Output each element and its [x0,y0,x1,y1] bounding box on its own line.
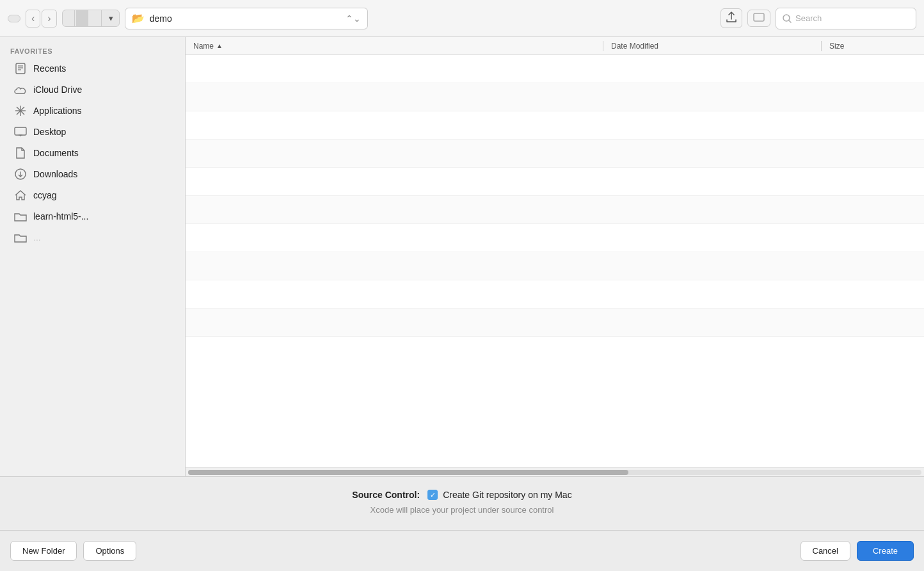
main-area: Favorites Recents iCloud Drive Applicati… [0,37,924,476]
search-field[interactable]: Search [776,8,916,29]
view-mode-group: ▾ [62,10,120,27]
sidebar-item-folder2[interactable]: ... [4,227,181,248]
scrollbar-track [188,470,921,475]
applications-icon [14,104,27,117]
home-icon [14,189,27,202]
documents-icon [14,147,27,159]
git-checkbox-text: Create Git repository on my Mac [443,490,572,500]
table-row[interactable] [186,168,924,196]
sidebar-item-downloads[interactable]: Downloads [4,164,181,184]
svg-rect-20 [16,63,25,74]
table-row[interactable] [186,309,924,337]
source-control-row: Source Control: ✓ Create Git repository … [38,490,886,500]
sidebar-item-icloud[interactable]: iCloud Drive [4,79,181,100]
svg-rect-28 [15,127,26,135]
new-folder-button[interactable]: New Folder [10,541,77,561]
cancel-button[interactable]: Cancel [801,541,850,561]
col-date-label: Date Modified [611,42,658,51]
location-stepper[interactable]: ⌃⌄ [346,13,361,24]
sidebar-item-label: ... [33,232,41,243]
table-row[interactable] [186,111,924,140]
icloud-icon [14,83,27,96]
sidebar-item-desktop[interactable]: Desktop [4,122,181,142]
col-header-size[interactable]: Size [822,42,924,51]
folder-icon [14,210,27,223]
folder-icon: 📂 [132,12,145,24]
col-header-name[interactable]: Name ▲ [186,42,603,51]
view-columns-button[interactable] [90,10,102,26]
view-icon-button[interactable] [63,10,75,26]
share-button[interactable] [721,8,742,28]
create-button[interactable]: Create [857,541,914,561]
table-row[interactable] [186,224,924,252]
table-row[interactable] [186,196,924,224]
sidebar-item-learn-html5[interactable]: learn-html5-... [4,206,181,227]
sidebar-item-label: learn-html5-... [33,211,88,221]
footer: New Folder Options Cancel Create [0,530,924,571]
sidebar-item-ccyag[interactable]: ccyag [4,185,181,205]
sidebar-section-favorites: Favorites [0,42,185,58]
sidebar-item-label: iCloud Drive [33,84,82,95]
search-placeholder: Search [795,13,822,23]
column-headers: Name ▲ Date Modified Size [186,37,924,55]
sidebar: Favorites Recents iCloud Drive Applicati… [0,37,186,476]
table-row[interactable] [186,83,924,111]
location-bar[interactable]: 📂 demo ⌃⌄ [125,8,368,29]
sidebar-toggle-group [8,15,20,22]
sidebar-item-applications[interactable]: Applications [4,101,181,121]
svg-rect-17 [754,13,764,21]
source-control-panel: Source Control: ✓ Create Git repository … [0,476,924,530]
sidebar-item-label: Desktop [33,127,66,137]
toolbar: ‹ › ▾ 📂 demo ⌃⌄ Search [0,0,924,37]
downloads-icon [14,168,27,181]
scrollbar-thumb[interactable] [188,470,628,475]
sidebar-item-label: Downloads [33,169,77,179]
source-control-label: Source Control: [352,490,420,500]
sidebar-item-label: Documents [33,148,79,158]
options-button[interactable]: Options [83,541,136,561]
sidebar-item-documents[interactable]: Documents [4,143,181,163]
recents-icon [14,62,27,75]
tag-button[interactable] [747,10,770,27]
sidebar-item-label: Applications [33,106,82,116]
forward-button[interactable]: › [42,10,56,28]
sidebar-toggle-button[interactable] [8,15,20,22]
sort-indicator: ▲ [216,42,223,49]
horizontal-scrollbar[interactable] [186,467,924,476]
git-checkbox[interactable]: ✓ [427,490,438,500]
svg-line-19 [789,20,791,22]
view-list-button[interactable] [76,10,88,26]
sidebar-item-label: ccyag [33,190,57,200]
table-row[interactable] [186,252,924,280]
sidebar-item-label: Recents [33,63,66,74]
back-button[interactable]: ‹ [26,10,40,28]
sidebar-item-recents[interactable]: Recents [4,58,181,79]
desktop-icon [14,125,27,138]
view-gallery-button[interactable]: ▾ [103,10,119,26]
content-area: Name ▲ Date Modified Size [186,37,924,476]
col-header-date[interactable]: Date Modified [603,42,821,51]
file-list [186,55,924,467]
table-row[interactable] [186,55,924,83]
folder2-icon [14,231,27,244]
current-folder-name: demo [150,13,340,24]
table-row[interactable] [186,280,924,309]
col-name-label: Name [193,42,214,51]
table-row[interactable] [186,140,924,168]
nav-buttons: ‹ › [26,10,57,28]
col-size-label: Size [829,42,844,51]
git-checkbox-label[interactable]: ✓ Create Git repository on my Mac [427,490,572,500]
source-hint: Xcode will place your project under sour… [38,505,886,515]
